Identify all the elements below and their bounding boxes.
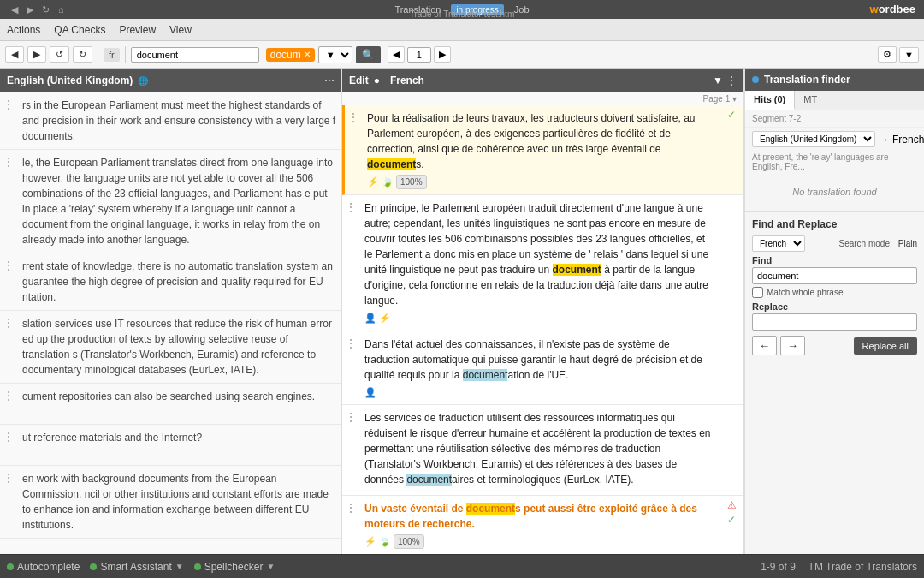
trans-content-4[interactable]: Les services de traduction utilisent des… (359, 405, 720, 495)
replace-all-btn[interactable]: Replace all (854, 337, 917, 355)
replace-nav-forward-btn[interactable]: → (780, 336, 805, 355)
page-prev-btn[interactable]: ◀ (388, 46, 405, 63)
toolbar-undo-btn[interactable]: ↺ (50, 46, 69, 63)
search-dropdown[interactable]: ▼ (318, 46, 352, 63)
right-panel-source-lang-select[interactable]: English (United Kingdom) (752, 131, 875, 147)
trans-dots-1[interactable]: ⋮ (347, 110, 359, 124)
menu-view[interactable]: View (169, 24, 192, 36)
trans-status-col-2 (720, 195, 743, 331)
seg-icon-col-2: ⋮ (0, 150, 17, 253)
highlight-document-3: document (463, 369, 508, 381)
right-tab-hits[interactable]: Hits (0) (745, 91, 795, 110)
seg-dots-6[interactable]: ⋮ (3, 430, 15, 444)
replace-nav-back-btn[interactable]: ← (752, 336, 777, 355)
translation-col-more-btn[interactable]: ⋮ (726, 74, 737, 86)
trans-dots-2[interactable]: ⋮ (345, 200, 357, 214)
search-tag-close[interactable]: ✕ (304, 50, 311, 59)
highlight-document-1: document (367, 158, 416, 170)
seg-dots-7[interactable]: ⋮ (3, 471, 15, 485)
search-input[interactable] (131, 47, 259, 63)
right-tab-mt[interactable]: MT (795, 91, 826, 110)
table-row: ⋮ slation services use IT resources that… (0, 311, 341, 384)
table-row[interactable]: ⋮ Un vaste éventail de documents peut au… (342, 496, 743, 554)
seg-dots-4[interactable]: ⋮ (3, 316, 15, 330)
nav-refresh-icon[interactable]: ↻ (39, 3, 52, 16)
table-row[interactable]: ⋮ En principe, le Parlement européen tra… (342, 195, 743, 331)
toolbar-more-btn[interactable]: ▼ (899, 47, 919, 63)
table-row: ⋮ rrent state of knowledge, there is no … (0, 253, 341, 311)
toolbar-sep-2 (125, 46, 126, 63)
trans-status-col-3 (720, 331, 743, 405)
menu-qa-checks[interactable]: QA Checks (54, 24, 105, 36)
badge-lightning-2: ⚡ (379, 311, 391, 325)
trans-content-2[interactable]: En principe, le Parlement européen tradu… (359, 195, 720, 331)
nav-back-icon[interactable]: ◀ (9, 3, 21, 16)
highlight-document-4: document (406, 474, 452, 486)
toolbar-redo-btn[interactable]: ↻ (73, 46, 92, 63)
status-spell-label: Spellchecker (204, 561, 264, 573)
search-tag: docum ✕ (266, 48, 315, 62)
trans-dots-4[interactable]: ⋮ (345, 410, 357, 424)
badge-percent-1: 100% (396, 175, 427, 189)
trans-content-1[interactable]: Pour la réalisation de leurs travaux, le… (362, 105, 720, 194)
trans-content-3[interactable]: Dans l'état actuel des connaissances, il… (359, 331, 720, 405)
badge-user-2: 👤 (364, 311, 376, 325)
far-mode-val: Plain (898, 239, 917, 248)
trans-content-5[interactable]: Un vaste éventail de documents peut auss… (359, 496, 720, 554)
menu-actions[interactable]: Actions (7, 24, 40, 36)
table-row[interactable]: ⋮ Pour la réalisation de leurs travaux, … (342, 105, 743, 195)
seg-dots-3[interactable]: ⋮ (3, 259, 15, 272)
table-row: ⋮ le, the European Parliament translates… (0, 150, 341, 253)
status-spell-arrow: ▼ (266, 562, 275, 571)
seg-dots-5[interactable]: ⋮ (3, 389, 15, 402)
far-find-input[interactable] (752, 267, 917, 284)
toolbar: ◀ ▶ ↺ ↻ fr docum ✕ ▼ 🔍 ◀ ▶ ⚙ ▼ (0, 41, 924, 69)
source-content-3: rrent state of knowledge, there is no au… (17, 253, 341, 310)
far-lang-select[interactable]: French (752, 235, 805, 252)
source-content-1: rs in the European Parliament must meet … (17, 92, 341, 149)
table-row[interactable]: ⋮ Dans l'état actuel des connaissances, … (342, 331, 743, 406)
far-match-whole-checkbox[interactable] (752, 287, 763, 298)
trans-icon-col-1: ⋮ (345, 105, 362, 194)
table-row[interactable]: ⋮ Les services de traduction utilisent d… (342, 405, 743, 496)
far-replace-input[interactable] (752, 313, 917, 331)
right-panel-title: Translation finder (764, 74, 850, 86)
status-smart-assistant[interactable]: Smart Assistant ▼ (90, 561, 183, 573)
seg-dots-1[interactable]: ⋮ (3, 98, 15, 111)
far-replace-label: Replace (752, 301, 917, 312)
nav-forward-icon[interactable]: ▶ (24, 3, 36, 16)
seg-icon-col-3: ⋮ (0, 253, 17, 310)
toolbar-settings-btn[interactable]: ⚙ (878, 46, 897, 63)
seg-icon-col-1: ⋮ (0, 92, 17, 149)
status-dot-autocomplete (7, 563, 14, 570)
trans-dots-3[interactable]: ⋮ (345, 337, 357, 350)
source-col-more-btn[interactable]: ⋯ (324, 74, 335, 86)
search-button[interactable]: 🔍 (356, 46, 381, 63)
status-right: 1-9 of 9 TM Trade of Translators (761, 561, 917, 573)
page-next-btn[interactable]: ▶ (434, 46, 451, 63)
toolbar-back-btn[interactable]: ◀ (5, 46, 24, 63)
pagination-area: ◀ ▶ (388, 46, 451, 63)
trans-dots-5[interactable]: ⋮ (345, 501, 357, 515)
source-col-header-text: English (United Kingdom) (7, 74, 133, 86)
seg-badges-3: 👤 (364, 385, 714, 400)
highlight-document-5: document (466, 503, 515, 515)
trans-icon-col-4: ⋮ (342, 405, 359, 495)
seg-dots-2[interactable]: ⋮ (3, 155, 15, 169)
status-autocomplete[interactable]: Autocomplete (7, 561, 80, 573)
page-input[interactable] (407, 47, 431, 63)
highlight-document-2: document (553, 264, 601, 276)
menu-preview[interactable]: Preview (119, 24, 156, 36)
trans-icon-col-5: ⋮ (342, 496, 359, 554)
status-spellchecker[interactable]: Spellchecker ▼ (194, 561, 275, 573)
seg-icon-col-7: ⋮ (0, 466, 17, 538)
translation-col-expand-btn[interactable]: ▼ (713, 74, 723, 86)
source-content-5: cument repositories can also be searched… (17, 384, 341, 424)
source-content-6: ut reference materials and the Internet? (17, 425, 341, 465)
toolbar-forward-btn[interactable]: ▶ (27, 46, 46, 63)
seg-icon-col-4: ⋮ (0, 311, 17, 383)
nav-home-icon[interactable]: ⌂ (56, 3, 67, 15)
right-panel-lang-row: English (United Kingdom) → French (745, 128, 924, 151)
far-top-row: French Search mode: Plain (752, 235, 917, 252)
translation-col-actions: ▼ ⋮ (713, 74, 737, 86)
